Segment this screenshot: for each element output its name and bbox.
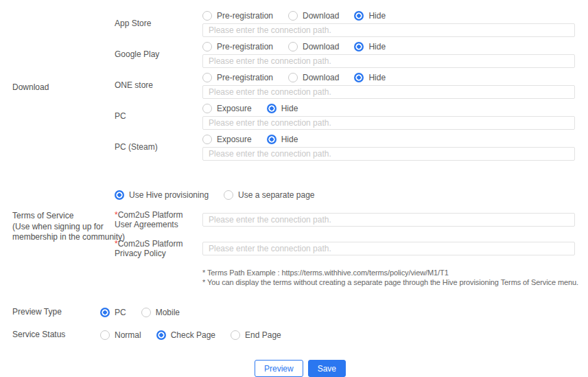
radio-option-download[interactable]: Download [288, 73, 339, 82]
radio-icon [288, 73, 298, 82]
radio-option-mobile[interactable]: Mobile [141, 308, 180, 317]
download-row-one-store: ONE store Pre-registration Download Hide [115, 72, 588, 99]
user-agreements-label: *Com2uS Platform User Agreements [115, 210, 202, 230]
pc-label: PC [115, 103, 202, 130]
pc-path-input[interactable] [202, 116, 575, 130]
privacy-policy-row: *Com2uS Platform Privacy Policy [115, 239, 588, 259]
terms-content: Use Hive provisioning Use a separate pag… [115, 190, 588, 288]
radio-option-end-page[interactable]: End Page [231, 330, 281, 340]
save-button[interactable]: Save [308, 360, 346, 377]
radio-option-check-page[interactable]: Check Page [156, 330, 215, 340]
one-store-label: ONE store [115, 72, 202, 99]
download-section: Download App Store Pre-registration Down… [12, 10, 588, 165]
one-store-visibility-radios: Pre-registration Download Hide [202, 72, 575, 83]
radio-icon [354, 11, 364, 21]
app-store-path-input[interactable] [202, 23, 575, 37]
pc-visibility-radios: Exposure Hide [202, 103, 575, 114]
terms-section-label: Terms of Service (Use when signing up fo… [12, 190, 115, 288]
terms-note-example: * Terms Path Example : https://terms.wit… [202, 268, 588, 278]
pc-steam-field: Exposure Hide [202, 134, 575, 161]
radio-option-use-hive-provisioning[interactable]: Use Hive provisioning [115, 190, 209, 200]
download-row-pc-steam: PC (Steam) Exposure Hide [115, 134, 588, 161]
app-store-visibility-radios: Pre-registration Download Hide [202, 10, 575, 21]
app-store-label: App Store [115, 10, 202, 37]
radio-icon [354, 42, 364, 52]
radio-icon [202, 135, 212, 144]
radio-icon [100, 308, 110, 317]
pc-steam-visibility-radios: Exposure Hide [202, 134, 575, 145]
radio-icon [231, 330, 240, 340]
radio-icon [115, 190, 124, 200]
privacy-policy-label: *Com2uS Platform Privacy Policy [115, 239, 202, 259]
terms-notes: * Terms Path Example : https://terms.wit… [202, 268, 588, 288]
terms-note-hint: * You can display the terms without crea… [202, 277, 588, 288]
radio-option-pre-registration[interactable]: Pre-registration [202, 73, 273, 82]
radio-icon [288, 11, 298, 21]
user-agreements-row: *Com2uS Platform User Agreements [115, 210, 588, 230]
radio-icon [156, 330, 166, 340]
radio-icon [288, 42, 298, 52]
download-section-label: Download [12, 82, 115, 93]
radio-icon [224, 190, 233, 200]
terms-of-service-section: Terms of Service (Use when signing up fo… [12, 190, 588, 288]
preview-type-label: Preview Type [12, 307, 100, 318]
radio-option-hide[interactable]: Hide [354, 11, 386, 21]
radio-option-normal[interactable]: Normal [100, 330, 141, 340]
pc-steam-label: PC (Steam) [115, 134, 202, 161]
preview-type-row: Preview Type PC Mobile [12, 307, 588, 318]
service-status-row: Service Status Normal Check Page End Pag… [12, 330, 588, 341]
preview-type-radios: PC Mobile [100, 307, 195, 318]
service-status-label: Service Status [12, 330, 100, 341]
radio-icon [267, 104, 277, 113]
radio-option-download[interactable]: Download [288, 11, 339, 21]
radio-option-hide[interactable]: Hide [354, 42, 386, 52]
download-row-app-store: App Store Pre-registration Download Hide [115, 10, 588, 37]
radio-option-pc[interactable]: PC [100, 308, 126, 317]
radio-option-download[interactable]: Download [288, 42, 339, 52]
radio-option-hide[interactable]: Hide [354, 73, 386, 82]
radio-option-use-a-separate-page[interactable]: Use a separate page [224, 190, 314, 200]
pc-steam-path-input[interactable] [202, 147, 575, 161]
radio-icon [354, 73, 364, 82]
radio-option-pre-registration[interactable]: Pre-registration [202, 42, 273, 52]
one-store-field: Pre-registration Download Hide [202, 72, 575, 99]
radio-option-hide[interactable]: Hide [267, 104, 298, 113]
radio-icon [202, 42, 212, 52]
one-store-path-input[interactable] [202, 85, 575, 99]
radio-icon [202, 104, 212, 113]
download-row-pc: PC Exposure Hide [115, 103, 588, 130]
download-rows: App Store Pre-registration Download Hide… [115, 10, 588, 165]
radio-option-exposure[interactable]: Exposure [202, 104, 252, 113]
radio-icon [100, 330, 110, 340]
privacy-policy-path-input[interactable] [202, 242, 575, 255]
user-agreements-path-input[interactable] [202, 213, 575, 227]
google-play-label: Google Play [115, 41, 202, 68]
preview-button[interactable]: Preview [255, 360, 303, 377]
service-status-radios: Normal Check Page End Page [100, 330, 296, 341]
game-settings-form: Download App Store Pre-registration Down… [0, 0, 588, 377]
terms-source-radios: Use Hive provisioning Use a separate pag… [115, 190, 588, 201]
google-play-path-input[interactable] [202, 54, 575, 68]
download-row-google-play: Google Play Pre-registration Download Hi… [115, 41, 588, 68]
radio-option-pre-registration[interactable]: Pre-registration [202, 11, 273, 21]
google-play-field: Pre-registration Download Hide [202, 41, 575, 68]
radio-option-exposure[interactable]: Exposure [202, 135, 252, 144]
app-store-field: Pre-registration Download Hide [202, 10, 575, 37]
radio-icon [202, 73, 212, 82]
pc-field: Exposure Hide [202, 103, 575, 130]
radio-icon [267, 135, 277, 144]
radio-option-hide[interactable]: Hide [267, 135, 298, 144]
radio-icon [141, 308, 151, 317]
google-play-visibility-radios: Pre-registration Download Hide [202, 41, 575, 52]
form-actions: Preview Save [12, 360, 588, 377]
radio-icon [202, 11, 212, 21]
